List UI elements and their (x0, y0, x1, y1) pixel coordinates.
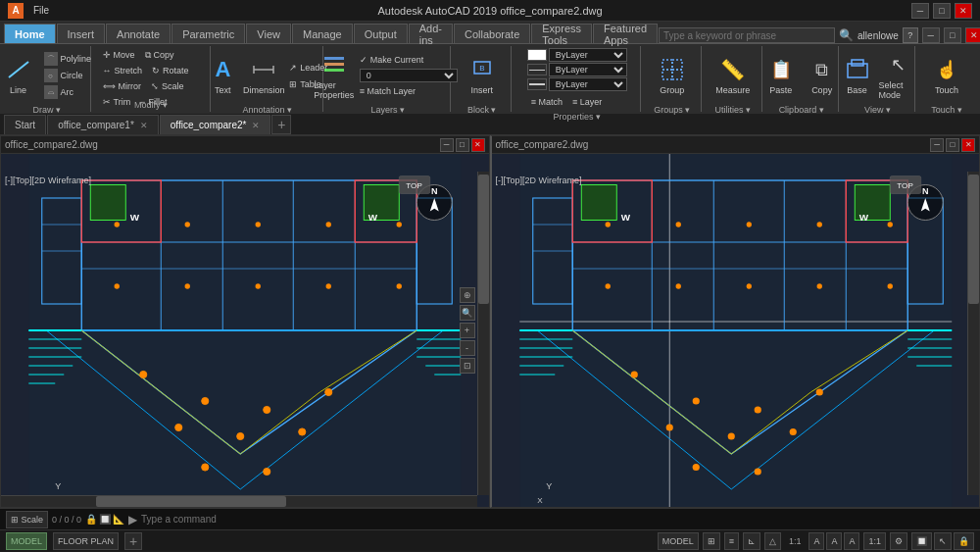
ribbon-close[interactable]: ✕ (965, 27, 980, 43)
help-button[interactable]: ? (903, 27, 918, 43)
snap-display[interactable]: ≡ (724, 532, 739, 550)
ribbon-minimize[interactable]: ─ (922, 27, 940, 43)
viewport-right-label: [-][Top][2D Wireframe] (496, 176, 582, 185)
tab-view[interactable]: View (246, 24, 291, 43)
viewport-right-title: office_compare2.dwg (496, 139, 589, 150)
ortho-button[interactable]: ⊾ (743, 532, 760, 550)
trim-button[interactable]: ✂ Trim (99, 95, 135, 109)
svg-text:TOP: TOP (406, 181, 421, 190)
tab-featured-apps[interactable]: Featured Apps (593, 24, 658, 43)
add-layout-button[interactable]: + (124, 532, 142, 550)
paste-icon: 📋 (767, 56, 795, 83)
linetype-dropdown[interactable]: ByLayer (549, 63, 627, 76)
match-layer-btn2[interactable]: ≡ Layer (568, 94, 606, 110)
layer-dropdown[interactable]: 0 (360, 69, 458, 82)
tab-office-compare2[interactable]: office_compare2* ✕ (160, 115, 271, 134)
zoom-in-status[interactable]: A (808, 532, 824, 550)
close-button[interactable]: ✕ (955, 3, 972, 19)
polar-button[interactable]: △ (764, 532, 781, 550)
viewport-icon[interactable]: 🔲 (911, 532, 932, 550)
zoom-in[interactable]: + (460, 323, 475, 338)
arc-button[interactable]: ⌓ Arc (40, 84, 96, 100)
base-button[interactable]: Base (838, 48, 877, 103)
vp-left-scrollbar-h[interactable] (1, 495, 477, 507)
mirror-button[interactable]: ⟺ Mirror (99, 79, 146, 93)
snap-toggle[interactable]: ⊞ Scale (6, 511, 48, 528)
zoom-out[interactable]: - (460, 340, 475, 356)
layer-properties-button[interactable]: Layer Properties (315, 48, 354, 103)
pan-button[interactable]: ⊕ (460, 287, 475, 303)
command-input[interactable] (141, 514, 974, 525)
icons-right: 🔲 ↖ 🔒 (911, 532, 974, 550)
move-button[interactable]: ✛ Move (99, 48, 139, 62)
text-button[interactable]: A Text (203, 48, 242, 103)
user-account[interactable]: allenlowe (858, 30, 899, 41)
tab-manage[interactable]: Manage (292, 24, 353, 43)
tab-insert[interactable]: Insert (57, 24, 106, 43)
rotate-button[interactable]: ↻ Rotate (148, 64, 193, 77)
vp-left-scrollbar-v[interactable] (477, 172, 489, 495)
tab-express-tools[interactable]: Express Tools (531, 24, 592, 43)
zoom-out-status[interactable]: A (826, 532, 842, 550)
scale-button[interactable]: ⤡ Scale (147, 79, 188, 93)
scale-btn[interactable]: 1:1 (863, 532, 886, 550)
insert-button[interactable]: B Insert (463, 48, 502, 103)
tab-collaborate[interactable]: Collaborate (454, 24, 530, 43)
select-mode-button[interactable]: ↖ Select Mode (879, 48, 918, 103)
text-height-status[interactable]: A (844, 532, 859, 550)
group-button[interactable]: Group (653, 48, 692, 103)
measure-button[interactable]: 📏 Measure (713, 48, 753, 103)
copy-clipboard-button[interactable]: ⧉ Copy (803, 48, 842, 103)
tab-output[interactable]: Output (354, 24, 408, 43)
grid-display[interactable]: ⊞ (703, 532, 720, 550)
polyline-button[interactable]: ⌒ Polyline (40, 51, 96, 67)
cad-canvas-right[interactable]: [-][Top][2D Wireframe] (492, 154, 980, 507)
circle-button[interactable]: ○ Circle (40, 68, 96, 83)
tab-addins[interactable]: Add-ins (409, 24, 453, 43)
color-dropdown[interactable]: ByLayer (549, 48, 627, 62)
svg-point-35 (397, 222, 402, 226)
cursor-icon[interactable]: ↖ (934, 532, 952, 550)
search-icon[interactable]: 🔍 (839, 28, 854, 42)
tab-annotate[interactable]: Annotate (106, 24, 171, 43)
tab-office-compare1[interactable]: office_compare1* ✕ (47, 115, 159, 134)
svg-point-104 (816, 283, 821, 288)
line-button[interactable]: Line (0, 48, 38, 103)
dimension-button[interactable]: Dimension (244, 48, 283, 103)
copy-button[interactable]: ⧉ Copy (141, 48, 178, 62)
zoom-extents[interactable]: ⊡ (460, 358, 475, 374)
vp-left-minimize[interactable]: ─ (440, 138, 454, 152)
zoom-button[interactable]: 🔍 (460, 305, 475, 321)
model-indicator[interactable]: MODEL (658, 532, 699, 550)
close-tab-1[interactable]: ✕ (140, 121, 148, 130)
tab-home[interactable]: Home (4, 24, 56, 43)
cad-canvas-left[interactable]: [-][Top][2D Wireframe] (1, 154, 489, 507)
menu-item-file[interactable]: File (27, 1, 55, 21)
make-current-button[interactable]: ✓ Make Current (356, 52, 462, 68)
vp-right-minimize[interactable]: ─ (930, 138, 944, 152)
tab-parametric[interactable]: Parametric (172, 24, 245, 43)
search-input[interactable] (659, 27, 835, 43)
lineweight-dropdown[interactable]: ByLayer (549, 77, 627, 91)
vp-left-restore[interactable]: □ (456, 138, 469, 152)
paste-button[interactable]: 📋 Paste (761, 48, 801, 103)
floor-plan-tab-button[interactable]: FLOOR PLAN (53, 532, 119, 550)
close-tab-2[interactable]: ✕ (252, 121, 260, 130)
touch-button[interactable]: ☝ Touch (927, 48, 966, 103)
match-properties-button[interactable]: ≡ Match (527, 94, 566, 110)
lock-icon[interactable]: 🔒 (954, 532, 974, 550)
match-layer-button[interactable]: ≡ Match Layer (356, 83, 462, 99)
maximize-button[interactable]: □ (933, 3, 951, 19)
vp-right-scrollbar-v[interactable] (967, 172, 979, 495)
tab-start[interactable]: Start (4, 115, 46, 134)
vp-left-close[interactable]: ✕ (471, 138, 485, 152)
minimize-button[interactable]: ─ (911, 3, 929, 19)
add-tab-button[interactable]: + (271, 115, 291, 134)
vp-right-close[interactable]: ✕ (961, 138, 975, 152)
ribbon-maximize[interactable]: □ (944, 27, 961, 43)
model-tab-button[interactable]: MODEL (6, 532, 47, 550)
settings-btn[interactable]: ⚙ (890, 532, 907, 550)
vp-right-restore[interactable]: □ (946, 138, 959, 152)
stretch-button[interactable]: ↔ Stretch (99, 64, 147, 77)
svg-text:W: W (368, 212, 378, 223)
